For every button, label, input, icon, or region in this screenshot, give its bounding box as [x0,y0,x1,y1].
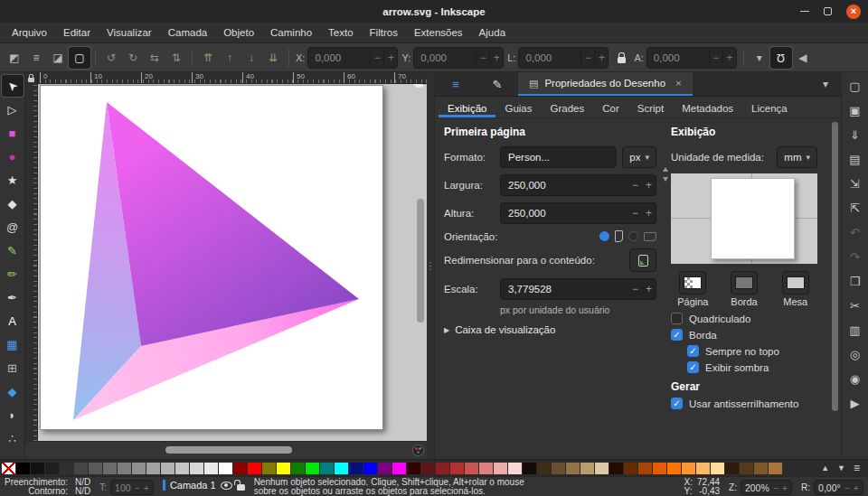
palette-swatch[interactable] [624,463,637,474]
select-option-button[interactable]: ◩ [4,47,25,69]
transform-button[interactable]: ↺ [100,47,122,69]
palette-swatch[interactable] [523,463,536,474]
checkbox[interactable]: ✓ [687,361,699,373]
palette-swatch[interactable] [363,463,377,474]
decrement-icon[interactable]: − [844,482,850,493]
antialias-checkbox-row[interactable]: ✓ Usar antisserrilhamento [671,398,817,409]
increment-icon[interactable]: + [722,48,736,68]
command-button[interactable]: ▥ [845,321,865,339]
decrement-icon[interactable]: − [709,48,722,68]
panel-subtab[interactable]: Guias [495,97,541,117]
command-button[interactable]: ▣ [845,101,865,119]
panel-subtab[interactable]: Licença [742,97,797,117]
command-button[interactable]: ▤ [845,150,865,168]
palette-swatch[interactable] [16,463,30,474]
menu-item[interactable]: Caminho [262,24,320,41]
layer-visibility-icon[interactable] [221,482,232,490]
transform-button[interactable]: ⇅ [165,47,187,69]
palette-swatch[interactable] [45,463,59,474]
command-button[interactable]: ↶ [845,223,865,241]
palette-swatch[interactable] [682,463,695,474]
tool-button[interactable]: ▦ [2,333,24,355]
panel-scrollbar[interactable] [832,122,838,411]
menu-item[interactable]: Extensões [406,24,471,41]
dock-tab-icon[interactable]: ✎ [476,72,518,96]
palette-swatch[interactable] [465,463,478,474]
zoom-input[interactable]: 200% − + [741,480,792,495]
palette-swatch[interactable] [580,463,594,474]
command-button[interactable]: ⇱ [845,199,865,217]
x-input[interactable]: 0,000 − + [307,47,398,69]
increment-icon[interactable]: + [642,207,656,220]
format-unit-dropdown[interactable]: px▾ [622,146,656,168]
palette-swatch[interactable] [609,463,623,474]
canvas-viewport[interactable] [38,84,427,441]
palette-swatch[interactable] [508,463,522,474]
color-swatch-button[interactable] [731,271,758,295]
select-option-button[interactable]: ▢ [69,47,90,69]
palette-swatch[interactable] [725,463,739,474]
palette-swatch[interactable] [754,463,768,474]
page-width-input[interactable]: 250,000 − + [500,174,656,196]
palette-swatch[interactable] [740,463,753,474]
arrange-button[interactable]: ↑ [219,47,241,69]
select-option-button[interactable]: ≡ [25,47,47,69]
tool-button[interactable]: ◆ [2,192,24,214]
rotation-input[interactable]: 0,00° − + [814,480,863,495]
quick-zoom-button[interactable] [412,84,426,88]
color-swatch-button[interactable] [782,271,809,295]
decrement-icon[interactable]: − [628,179,642,192]
menu-item[interactable]: Arquivo [4,24,55,41]
palette-swatch[interactable] [320,463,334,474]
palette-swatch[interactable] [392,463,406,474]
command-button[interactable]: ⇓ [845,126,865,144]
panel-subtab[interactable]: Script [628,97,673,117]
command-button[interactable]: ◉ [845,370,865,388]
layer-lock-icon[interactable] [237,484,245,491]
viewbox-expander[interactable]: ▶ Caixa de visualização [444,324,656,335]
menu-item[interactable]: Objeto [215,24,262,41]
landscape-radio[interactable] [628,231,638,241]
decrement-icon[interactable]: − [773,482,778,493]
palette-swatch[interactable] [566,463,580,474]
increment-icon[interactable]: + [782,482,788,493]
color-management-icon[interactable] [412,445,424,456]
palette-swatch[interactable] [31,463,44,474]
close-icon[interactable]: × [846,5,861,19]
palette-swatch[interactable] [204,463,218,474]
palette-swatch[interactable] [190,463,203,474]
panel-subtab[interactable]: Metadados [673,97,742,117]
palette-swatch[interactable] [696,463,710,474]
increment-icon[interactable]: + [854,482,859,493]
menu-item[interactable]: Ajuda [471,24,514,41]
lock-ratio-button[interactable] [610,47,632,69]
checkbox[interactable]: ✓ [687,345,699,357]
arrange-button[interactable]: ⇈ [197,47,219,69]
tool-button[interactable]: ■ [2,122,24,144]
color-swatch-button[interactable] [679,271,706,295]
palette-swatch[interactable] [74,463,88,474]
panel-subtab[interactable]: Exibição [439,97,495,117]
decrement-icon[interactable]: − [135,482,140,493]
toolbar-overflow-button[interactable]: ▾ [749,47,770,69]
decrement-icon[interactable]: − [628,207,642,220]
close-tab-icon[interactable]: × [675,78,682,89]
select-option-button[interactable]: ◪ [47,47,69,69]
display-unit-dropdown[interactable]: mm▾ [777,146,817,168]
tool-button[interactable]: ◆ [2,380,24,402]
layer-indicator[interactable]: Camada 1 [163,480,245,491]
increment-icon[interactable]: + [489,48,503,68]
no-color-swatch[interactable] [2,463,15,474]
fill-stroke-indicator[interactable]: Preenchimento: N/D Contorno: N/D [5,478,90,496]
palette-swatch[interactable] [335,463,348,474]
command-button[interactable]: ❒ [845,272,865,290]
tool-button[interactable]: ✎ [2,239,24,261]
tool-button[interactable]: ➤ [2,75,24,97]
command-button[interactable]: ◎ [845,345,865,363]
increment-icon[interactable]: + [594,48,608,68]
increment-icon[interactable]: + [383,48,397,68]
palette-scroll-down-icon[interactable]: ▼ [837,463,845,473]
opacity-input[interactable]: 100 − + [110,480,154,495]
menu-item[interactable]: Filtros [362,24,406,41]
increment-icon[interactable]: + [144,482,149,493]
